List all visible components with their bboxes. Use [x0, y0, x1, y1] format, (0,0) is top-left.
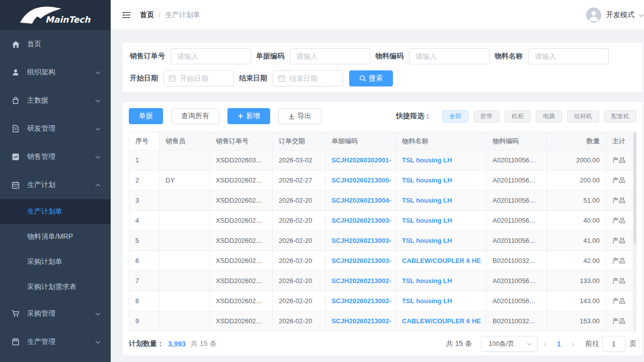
quick-filter-button[interactable]: 纸杯机: [567, 110, 599, 123]
next-page-button[interactable]: ›: [566, 339, 580, 348]
table-row[interactable]: 3 XSDD202602… 2026-02-20 SCJH20260213004…: [129, 191, 636, 211]
cell-seller: [159, 231, 210, 251]
sidebar-subitem-purchase-plan-order[interactable]: 采购计划单: [0, 249, 111, 275]
user-icon: [11, 68, 20, 77]
prev-page-button[interactable]: ‹: [538, 339, 552, 348]
material-name-link[interactable]: TSL housing LH: [402, 237, 452, 244]
material-name-link[interactable]: TSL housing LH: [402, 217, 452, 224]
table-toolbar: 单据 查询所有 新增 导出 快捷筛: [129, 108, 636, 124]
doc-button[interactable]: 单据: [129, 108, 163, 124]
goto-page-input[interactable]: [602, 336, 625, 352]
cell-qty: 41.00: [547, 231, 606, 251]
doc-code-link[interactable]: SCJH20260213003-: [332, 237, 391, 244]
doc-code-link[interactable]: SCJH20260302001-: [332, 156, 391, 164]
cell-index: 6: [129, 251, 159, 271]
filter-label: 物料名称: [495, 52, 523, 61]
doc-code-link[interactable]: SCJH20260213003-: [332, 257, 391, 264]
sales-order-input[interactable]: [171, 48, 251, 64]
table-row[interactable]: 7 XSDD202602… 2026-02-20 SCJH20260213002…: [129, 271, 636, 291]
maintech-logo-icon: MainTech: [17, 4, 94, 27]
sidebar-item-purchasing[interactable]: 采购管理: [0, 300, 111, 328]
cell-delivery-date: 2026-03-02: [273, 150, 326, 170]
vertical-scrollbar[interactable]: [633, 132, 636, 332]
query-all-button[interactable]: 查询所有: [171, 108, 219, 124]
end-date-input[interactable]: [273, 70, 343, 86]
cell-unit: 产品: [606, 291, 636, 311]
quick-filter-button[interactable]: 配套机: [604, 110, 636, 123]
export-button[interactable]: 导出: [278, 108, 321, 124]
sidebar-item-label: 首页: [27, 40, 41, 49]
page-content: 销售订单号 单据编码 物料编码 物料名称: [111, 30, 644, 355]
doc-code-input[interactable]: [290, 48, 370, 64]
sidebar-item-sales[interactable]: 销售管理: [0, 143, 111, 171]
table-row[interactable]: 9 XSDD202602… 2026-02-20 SCJH20260213002…: [129, 311, 636, 331]
submenu-label: 生产计划单: [27, 207, 62, 216]
cell-sales-order: XSDD202603…: [210, 150, 273, 170]
material-name-link[interactable]: TSL housing LH: [402, 277, 452, 285]
doc-code-link[interactable]: SCJH20260213005-: [332, 176, 391, 184]
page-number-1[interactable]: 1: [552, 340, 566, 348]
table-row[interactable]: 2 DY XSDD202602… 2026-02-27 SCJH20260213…: [129, 170, 636, 191]
sidebar-item-home[interactable]: 首页: [0, 30, 111, 58]
filter-sales-order: 销售订单号: [130, 48, 251, 64]
material-name-link[interactable]: TSL housing LH: [402, 156, 452, 164]
doc-code-link[interactable]: SCJH20260213004-: [332, 197, 391, 204]
sidebar-subitem-bom-mrp[interactable]: 物料清单/MRP: [0, 224, 111, 249]
doc-code-link[interactable]: SCJH20260213002-: [332, 297, 391, 305]
sidebar-collapse-icon[interactable]: [121, 10, 132, 21]
scrollbar-thumb[interactable]: [633, 132, 636, 244]
material-name-input[interactable]: [528, 48, 609, 64]
filter-end-date: 结束日期: [239, 70, 343, 86]
quick-filter-button[interactable]: 全部: [442, 110, 468, 123]
cell-delivery-date: 2026-02-20: [273, 231, 326, 251]
cell-sales-order: XSDD202602…: [210, 311, 273, 331]
filter-label: 单据编码: [256, 52, 284, 61]
material-name-link[interactable]: TSL housing LH: [402, 197, 452, 204]
sidebar: MainTech 首页 组织架构: [0, 0, 111, 362]
material-name-link[interactable]: CABLEW/COUPLER 6 HE: [402, 257, 481, 264]
table-body: 1 XSDD202603… 2026-03-02 SCJH20260302001…: [129, 150, 636, 331]
add-button[interactable]: 新增: [227, 108, 270, 124]
cell-qty: 2000.00: [547, 150, 606, 170]
table-scroll-area: 序号 销售员 销售订单号 订单交期 单据编码 物料名称 物料编码 数量 主计: [129, 132, 636, 332]
material-name-link[interactable]: TSL housing LH: [402, 176, 452, 184]
table-row[interactable]: 1 XSDD202603… 2026-03-02 SCJH20260302001…: [129, 150, 636, 170]
sidebar-item-label: 生产管理: [27, 337, 55, 346]
start-date-input[interactable]: [164, 70, 234, 86]
sidebar-item-rnd[interactable]: 研发管理: [0, 115, 111, 143]
sidebar-item-master-data[interactable]: 主数据: [0, 86, 111, 115]
table-row[interactable]: 5 XSDD202602… 2026-02-20 SCJH20260213003…: [129, 231, 636, 251]
sidebar-item-org[interactable]: 组织架构: [0, 58, 111, 86]
cell-delivery-date: 2026-02-20: [273, 251, 326, 271]
chevron-down-icon: [95, 99, 101, 103]
page-size-value: 100条/页: [489, 339, 514, 348]
cell-qty: 133.00: [547, 271, 606, 291]
sidebar-subitem-production-plan-order[interactable]: 生产计划单: [0, 199, 111, 224]
breadcrumb-current: 生产计划单: [165, 11, 200, 20]
doc-code-link[interactable]: SCJH20260213002-: [332, 317, 391, 325]
cell-index: 2: [129, 170, 159, 191]
quick-filter-button[interactable]: 胶带: [473, 110, 500, 123]
quick-filter-button[interactable]: 机柜: [505, 110, 531, 123]
doc-code-link[interactable]: SCJH20260213003-: [332, 217, 391, 224]
sidebar-subitem-purchase-plan-demand[interactable]: 采购计划需求表: [0, 275, 111, 300]
search-button-label: 搜索: [369, 74, 383, 83]
sidebar-item-production-plan[interactable]: 生产计划: [0, 171, 111, 199]
submenu-label: 物料清单/MRP: [27, 232, 73, 241]
avatar: [586, 8, 601, 23]
breadcrumb-home[interactable]: 首页: [140, 11, 154, 20]
sidebar-item-manufacturing[interactable]: 生产管理: [0, 328, 111, 356]
table-row[interactable]: 4 XSDD202602… 2026-02-20 SCJH20260213003…: [129, 211, 636, 231]
table-row[interactable]: 6 XSDD202602… 2026-02-20 SCJH20260213003…: [129, 251, 636, 271]
search-button[interactable]: 搜索: [349, 70, 393, 86]
chevron-down-icon: [638, 11, 644, 19]
material-name-link[interactable]: TSL housing LH: [402, 297, 452, 305]
material-name-link[interactable]: CABLEW/COUPLER 6 HE: [402, 317, 481, 325]
doc-code-link[interactable]: SCJH20260213002-: [332, 277, 391, 285]
table-row[interactable]: 8 XSDD202602… 2026-02-20 SCJH20260213002…: [129, 291, 636, 311]
material-code-input[interactable]: [409, 48, 490, 64]
breadcrumb-separator: /: [158, 11, 160, 19]
user-menu[interactable]: 开发模式: [586, 8, 644, 23]
quick-filter-button[interactable]: 电脑: [536, 110, 562, 123]
page-size-select[interactable]: 100条/页: [481, 336, 538, 352]
